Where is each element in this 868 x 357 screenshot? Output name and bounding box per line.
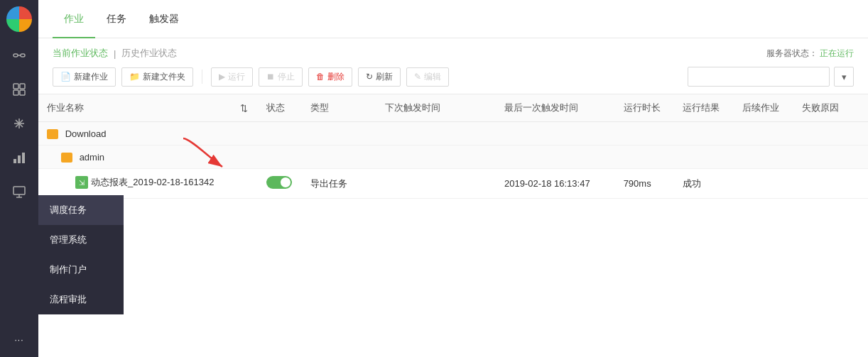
server-status-prefix: 服务器状态： [766,48,818,58]
new-job-icon: 📄 [60,72,71,82]
new-folder-label: 新建文件夹 [143,71,185,83]
folder-icon-download [47,129,58,139]
sidebar-bottom: ··· 调度任务 管理系统 制作门户 流程审批 [0,323,38,357]
svg-rect-0 [13,54,18,57]
col-header-duration: 运行时长 [615,94,675,122]
content-area: 当前作业状态 | 历史作业状态 服务器状态： 正在运行 📄 新建作业 📁 新建文… [38,38,868,357]
sidebar-menu-item-scheduler[interactable]: 调度任务 [38,195,124,225]
toolbar-right: ▾ [688,67,854,87]
folder-admin-cell: admin [38,145,868,169]
refresh-icon: ↻ [366,72,373,82]
main-content: 作业 任务 触发器 当前作业状态 | 历史作业状态 服务器状态： 正在运行 📄 … [38,0,868,357]
col-header-fail: 失败原因 [793,94,868,122]
edit-label: 编辑 [424,71,441,83]
task-sort-cell [232,169,258,199]
toolbar: 📄 新建作业 📁 新建文件夹 ▶ 运行 ⏹ 停止 🗑 删除 ↻ [38,60,868,94]
app-logo [0,0,38,38]
dropdown-button[interactable]: ▾ [834,67,854,87]
refresh-label: 刷新 [376,71,393,83]
col-header-type: 类型 [302,94,376,122]
tab-task[interactable]: 任务 [95,1,138,38]
sort-icon[interactable]: ⇅ [240,103,248,114]
stop-button[interactable]: ⏹ 停止 [259,67,303,87]
tab-trigger[interactable]: 触发器 [138,1,190,38]
col-header-name: 作业名称 [38,94,232,122]
run-label: 运行 [228,71,245,83]
chart-icon[interactable] [0,141,38,175]
sidebar-menu-item-portal[interactable]: 制作门户 [38,255,124,285]
svg-rect-3 [13,84,18,89]
history-status-link[interactable]: 历史作业状态 [121,47,177,60]
search-input[interactable] [688,67,830,87]
stop-icon: ⏹ [266,72,275,82]
task-duration-cell: 790ms [615,169,675,199]
more-icon[interactable]: ··· [0,323,38,357]
new-job-button[interactable]: 📄 新建作业 [53,67,116,87]
task-type-icon: ⇲ [75,176,88,189]
sidebar-menu-item-workflow[interactable]: 流程审批 [38,285,124,314]
server-status-value: 正在运行 [820,48,854,58]
edit-icon: ✎ [414,72,421,82]
refresh-button[interactable]: ↻ 刷新 [358,67,401,87]
task-result-cell: 成功 [674,169,734,199]
svg-rect-6 [20,90,25,95]
toolbar-separator-1 [202,70,202,84]
svg-rect-11 [13,159,16,163]
edit-button[interactable]: ✎ 编辑 [406,67,449,87]
stop-label: 停止 [278,71,295,83]
task-name-cell: ⇲ 动态报表_2019-02-18-161342 [38,169,232,196]
sub-nav: 当前作业状态 | 历史作业状态 服务器状态： 正在运行 [38,38,868,60]
delete-icon: 🗑 [316,72,325,82]
sub-nav-separator: | [114,48,116,59]
tab-job[interactable]: 作业 [53,1,95,38]
folder-download-cell: Download [38,122,868,145]
run-icon: ▶ [219,72,225,82]
sidebar-menu-item-admin[interactable]: 管理系统 [38,225,124,255]
sidebar-menu-popup: 调度任务 管理系统 制作门户 流程审批 [38,195,124,314]
table-header-row: 作业名称 ⇅ 状态 类型 下次触发时间 最后一次触发时间 运行时长 运行结果 后… [38,94,868,122]
run-button[interactable]: ▶ 运行 [211,67,253,87]
delete-label: 删除 [327,71,345,83]
asterisk-icon[interactable] [0,106,38,141]
grid-icon[interactable] [0,72,38,106]
job-table-wrap: 作业名称 ⇅ 状态 类型 下次触发时间 最后一次触发时间 运行时长 运行结果 后… [38,94,868,357]
col-header-sort: ⇅ [232,94,258,122]
task-type-cell: 导出任务 [302,169,376,199]
svg-rect-13 [22,153,25,163]
new-folder-icon: 📁 [129,72,140,82]
current-status-link[interactable]: 当前作业状态 [53,47,108,60]
task-enabled-toggle[interactable] [266,176,292,189]
folder-icon-admin [61,153,72,163]
monitor-icon[interactable] [0,175,38,209]
delete-button[interactable]: 🗑 删除 [308,67,352,87]
col-header-last: 最后一次触发时间 [496,94,615,122]
svg-rect-14 [13,187,25,194]
task-name: 动态报表_2019-02-18-161342 [91,176,214,189]
task-next-trigger-cell [376,169,496,199]
folder-name-download: Download [65,128,107,139]
table-row-admin[interactable]: admin [38,145,868,169]
sidebar: ··· 调度任务 管理系统 制作门户 流程审批 [0,0,38,357]
col-header-result: 运行结果 [674,94,734,122]
new-folder-button[interactable]: 📁 新建文件夹 [121,67,193,87]
svg-rect-12 [18,155,21,163]
svg-rect-4 [20,84,25,89]
table-row-task[interactable]: ⇲ 动态报表_2019-02-18-161342 导出任务 2019-02-18… [38,169,868,199]
task-subsequent-cell [734,169,793,199]
col-header-next: 下次触发时间 [376,94,496,122]
svg-rect-1 [21,54,25,57]
server-status: 服务器状态： 正在运行 [766,48,854,60]
svg-rect-5 [13,90,18,95]
task-status-cell [258,169,303,199]
col-header-status: 状态 [258,94,303,122]
top-nav: 作业 任务 触发器 [38,0,868,38]
new-job-label: 新建作业 [74,71,108,83]
link-icon[interactable] [0,38,38,72]
task-fail-cell [793,169,868,199]
col-header-subsequent: 后续作业 [734,94,793,122]
task-last-trigger-cell: 2019-02-18 16:13:47 [496,169,615,199]
logo-circle [6,6,32,32]
folder-name-admin: admin [80,152,104,163]
table-row-download[interactable]: Download [38,122,868,145]
job-table: 作业名称 ⇅ 状态 类型 下次触发时间 最后一次触发时间 运行时长 运行结果 后… [38,94,868,199]
